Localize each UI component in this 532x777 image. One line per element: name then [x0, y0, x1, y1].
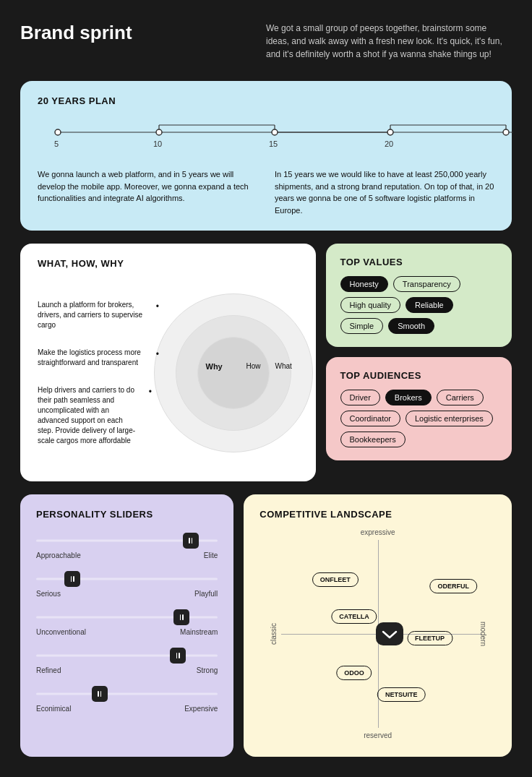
- whyhow-item-2: Make the logistics process more straight…: [38, 348, 146, 368]
- svg-text:10: 10: [153, 139, 162, 148]
- sliders-title: PERSONALITY SLIDERS: [36, 509, 218, 520]
- middle-row: WHAT, HOW, WHY Launch a platform for bro…: [20, 244, 512, 481]
- logo-chevrons: [382, 627, 398, 640]
- tag-driver: Driver: [340, 390, 380, 405]
- svg-point-10: [272, 129, 278, 135]
- axis-top-label: expressive: [361, 528, 395, 536]
- landscape-card: COMPETITIVE LANDSCAPE expressive reserve…: [244, 494, 512, 757]
- slider-refined-left: Refined: [36, 666, 61, 674]
- plan-text-left: We gonna launch a web platform, and in 5…: [38, 168, 257, 216]
- page-header: Brand sprint We got a small group of pee…: [20, 22, 512, 61]
- axis-left-label: classic: [270, 623, 278, 645]
- slider-unconventional[interactable]: Unconventional Mainstream: [36, 609, 218, 636]
- brand-logo: [376, 622, 403, 645]
- competitor-netsuite: NETSUITE: [377, 687, 426, 702]
- plan-title: 20 YEARS PLAN: [38, 95, 494, 106]
- plan-text-right: In 15 years we we would like to have at …: [275, 168, 494, 216]
- whyhow-item-3: Help drivers and carriers to do their pa…: [38, 385, 139, 446]
- competitor-catella: CATELLA: [331, 609, 377, 624]
- axis-bottom-label: reserved: [364, 731, 392, 739]
- slider-approachable[interactable]: Approachable Elite: [36, 533, 218, 559]
- whyhow-card: WHAT, HOW, WHY Launch a platform for bro…: [20, 244, 316, 481]
- slider-approachable-right: Elite: [204, 551, 218, 559]
- landscape-title: COMPETITIVE LANDSCAPE: [259, 509, 496, 520]
- competitor-odoo: ODOO: [336, 666, 372, 680]
- values-title: TOP VALUES: [340, 257, 498, 267]
- tag-highquality: High quality: [340, 297, 400, 313]
- slider-econimical[interactable]: Econimical Expensive: [36, 686, 218, 713]
- competitor-onfleet: ONFLEET: [312, 572, 359, 587]
- tag-coordinator: Coordinator: [340, 411, 400, 426]
- audiences-tags: Driver Brokers Carriers Coordinator Logi…: [340, 390, 498, 447]
- svg-text:5: 5: [54, 139, 59, 148]
- svg-point-12: [503, 129, 509, 135]
- tag-transparency: Transparency: [393, 276, 460, 292]
- plan-card: 20 YEARS PLAN 5 10 15 20 We go: [20, 81, 512, 231]
- tag-reliable: Reliable: [406, 297, 453, 313]
- tag-brokers: Brokers: [385, 390, 432, 405]
- slider-approachable-left: Approachable: [36, 551, 81, 559]
- audiences-card: TOP AUDIENCES Driver Brokers Carriers Co…: [326, 357, 512, 460]
- values-tags: Honesty Transparency High quality Reliab…: [340, 276, 498, 334]
- page-title: Brand sprint: [20, 22, 132, 44]
- slider-refined[interactable]: Refined Strong: [36, 648, 218, 674]
- slider-serious-left: Serious: [36, 590, 61, 598]
- competitor-oderful: ODERFUL: [429, 579, 477, 593]
- svg-point-9: [156, 129, 162, 135]
- slider-unconventional-left: Unconventional: [36, 628, 86, 636]
- timeline-svg: 5 10 15 20: [43, 118, 489, 154]
- slider-unconventional-right: Mainstream: [180, 628, 218, 636]
- sliders-card: PERSONALITY SLIDERS Approachable Elite: [20, 494, 233, 757]
- plan-text-row: We gonna launch a web platform, and in 5…: [38, 168, 494, 216]
- timeline: 5 10 15 20: [38, 118, 494, 157]
- tag-smooth: Smooth: [388, 318, 434, 334]
- tag-carriers: Carriers: [437, 390, 484, 405]
- right-column: TOP VALUES Honesty Transparency High qua…: [326, 244, 512, 481]
- bottom-row: PERSONALITY SLIDERS Approachable Elite: [20, 494, 512, 757]
- whyhow-content: Launch a platform for brokers, drivers, …: [38, 279, 299, 467]
- whyhow-items: Launch a platform for brokers, drivers, …: [38, 300, 299, 446]
- landscape-chart: expressive reserved classic modern ONFLE…: [259, 525, 496, 742]
- tag-simple: Simple: [340, 318, 384, 334]
- whyhow-item-1: Launch a platform for brokers, drivers, …: [38, 300, 146, 330]
- slider-refined-right: Strong: [197, 666, 218, 674]
- tag-honesty: Honesty: [340, 276, 388, 292]
- svg-text:20: 20: [385, 139, 393, 148]
- tag-bookkeepers: Bookkeepers: [340, 432, 406, 447]
- slider-serious-right: Playfull: [194, 590, 218, 598]
- svg-text:15: 15: [269, 139, 278, 148]
- competitor-fleetup: FLEETUP: [407, 631, 452, 645]
- tag-logistic: Logistic enterprises: [406, 411, 493, 426]
- slider-econimical-right: Expensive: [184, 705, 218, 713]
- header-description: We got a small group of peeps together, …: [266, 22, 512, 61]
- whyhow-title: WHAT, HOW, WHY: [38, 258, 299, 269]
- svg-point-11: [387, 129, 393, 135]
- svg-point-8: [55, 129, 61, 135]
- values-card: TOP VALUES Honesty Transparency High qua…: [326, 244, 512, 347]
- audiences-title: TOP AUDIENCES: [340, 370, 498, 381]
- slider-econimical-left: Econimical: [36, 705, 71, 713]
- axis-right-label: modern: [480, 622, 488, 646]
- slider-serious[interactable]: Serious Playfull: [36, 571, 218, 598]
